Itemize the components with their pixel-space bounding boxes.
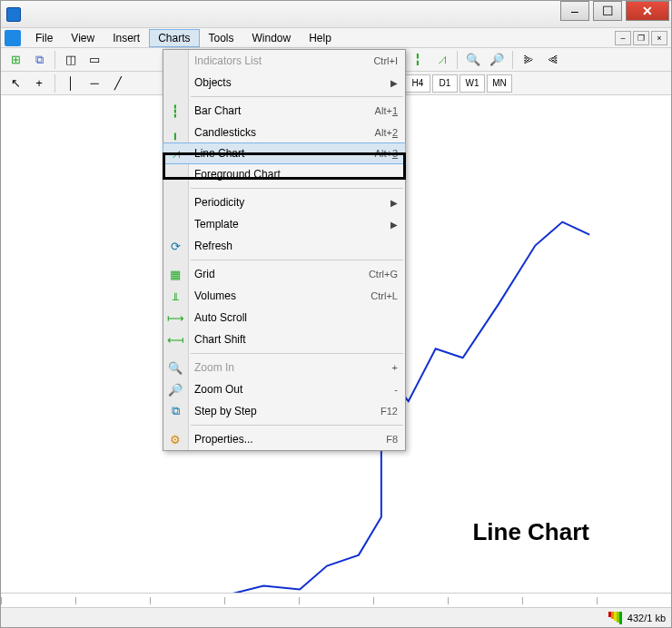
menu-view[interactable]: View (62, 29, 104, 47)
app-window: – ☐ ✕ File View Insert Charts Tools Wind… (0, 0, 672, 628)
menu-separator (191, 353, 403, 354)
menu-help[interactable]: Help (300, 29, 341, 47)
cursor-button[interactable]: ↖ (5, 74, 26, 93)
candle-chart-button[interactable]: ╏ (407, 50, 429, 70)
shift-icon: ⟻ (168, 332, 183, 347)
separator (457, 51, 458, 69)
menu-item-label: Volumes (194, 289, 371, 302)
zoom-out-icon: 🔎 (489, 53, 504, 66)
zoom-out-button[interactable]: 🔎 (486, 50, 508, 70)
maximize-button[interactable]: ☐ (593, 1, 622, 21)
crosshair-icon: + (35, 76, 43, 90)
auto-scroll-button[interactable]: ⫸ (518, 50, 539, 70)
zoomin-icon: 🔍 (168, 360, 183, 375)
menu-item-label: Periodicity (194, 196, 390, 209)
menu-item-label: Step by Step (194, 405, 380, 417)
ruler-tick (150, 597, 224, 604)
menu-item-indicators-list: Indicators ListCtrl+I (163, 50, 405, 72)
menu-item-shortcut: Ctrl+G (369, 269, 398, 280)
submenu-arrow-icon: ▶ (390, 198, 398, 208)
window-icon: ◫ (65, 53, 76, 66)
menu-item-properties[interactable]: ⚙Properties...F8 (163, 428, 405, 450)
trendline-button[interactable]: ╱ (107, 74, 129, 93)
time-axis (1, 593, 671, 607)
ruler-tick (75, 597, 150, 604)
mdi-restore-button[interactable]: ❐ (633, 31, 649, 45)
auto-icon: ⟼ (168, 310, 183, 325)
menu-item-shortcut: Ctrl+L (371, 290, 398, 301)
ruler-tick (448, 597, 522, 604)
menu-file[interactable]: File (26, 29, 62, 47)
timeframe-h4[interactable]: H4 (405, 74, 430, 93)
navigator-button[interactable]: ▭ (84, 50, 105, 70)
menu-separator (191, 96, 403, 97)
menu-item-shortcut: - (394, 384, 398, 395)
menu-separator (191, 425, 403, 426)
menu-tools[interactable]: Tools (200, 29, 243, 47)
menu-item-label: Auto Scroll (194, 311, 398, 324)
minimize-button[interactable]: – (560, 1, 589, 21)
zoom-in-button[interactable]: 🔍 (462, 50, 484, 70)
menu-item-foreground-chart[interactable]: Foreground Chart (163, 163, 405, 185)
new-chart-button[interactable]: ⊞ (5, 50, 26, 70)
close-button[interactable]: ✕ (626, 1, 669, 21)
menu-window[interactable]: Window (243, 29, 301, 47)
profiles-button[interactable]: ⧉ (28, 50, 50, 70)
menu-item-periodicity[interactable]: Periodicity▶ (163, 191, 405, 213)
cursor-icon: ↖ (11, 76, 21, 90)
mdi-close-button[interactable]: × (651, 31, 667, 45)
submenu-arrow-icon: ▶ (390, 78, 398, 88)
menu-item-chart-shift[interactable]: ⟻Chart Shift (163, 329, 405, 350)
plus-icon: ⊞ (11, 53, 21, 66)
menubar: File View Insert Charts Tools Window Hel… (1, 28, 671, 48)
menu-item-label: Zoom Out (194, 383, 394, 396)
menu-item-line-chart[interactable]: ⩘Line ChartAlt+3 (163, 142, 406, 164)
candle-icon: ╻ (168, 125, 183, 140)
charts-dropdown-menu: Indicators ListCtrl+IObjects▶┇Bar ChartA… (163, 49, 406, 451)
timeframe-w1[interactable]: W1 (460, 74, 485, 93)
menu-insert[interactable]: Insert (104, 29, 149, 47)
menu-item-volumes[interactable]: ⫫VolumesCtrl+L (163, 285, 405, 307)
separator (54, 74, 55, 93)
vline-button[interactable]: │ (60, 74, 82, 93)
line-icon: ⩘ (436, 53, 448, 66)
crosshair-button[interactable]: + (28, 74, 50, 93)
timeframe-mn[interactable]: MN (487, 74, 512, 93)
menu-item-step-by-step[interactable]: ⧉Step by StepF12 (163, 400, 405, 422)
ruler-tick (299, 597, 373, 604)
menu-item-auto-scroll[interactable]: ⟼Auto Scroll (163, 307, 405, 329)
menu-item-objects[interactable]: Objects▶ (163, 72, 405, 93)
menu-item-zoom-out[interactable]: 🔎Zoom Out- (163, 378, 405, 400)
zoom-in-icon: 🔍 (466, 53, 480, 66)
props-icon: ⚙ (168, 432, 183, 446)
profile-icon: ⧉ (35, 53, 44, 67)
menu-separator (191, 260, 403, 260)
chart-shift-button[interactable]: ⫷ (541, 50, 563, 70)
menu-item-label: Bar Chart (194, 104, 375, 117)
menu-item-shortcut: F12 (380, 406, 398, 417)
market-watch-button[interactable]: ◫ (60, 50, 82, 70)
ruler-tick (373, 597, 448, 604)
menu-item-candlesticks[interactable]: ╻CandlesticksAlt+2 (163, 122, 405, 143)
menu-item-bar-chart[interactable]: ┇Bar ChartAlt+1 (163, 100, 405, 122)
menu-charts[interactable]: Charts (149, 29, 199, 47)
hline-button[interactable]: ─ (84, 74, 105, 93)
menu-item-refresh[interactable]: ⟳Refresh (163, 235, 405, 257)
menu-item-grid[interactable]: ▦GridCtrl+G (163, 263, 405, 285)
menu-item-label: Zoom In (194, 361, 392, 374)
mdi-minimize-button[interactable]: – (615, 31, 631, 45)
menu-item-template[interactable]: Template▶ (163, 213, 405, 235)
ruler-tick (1, 597, 75, 604)
menu-item-zoom-in: 🔍Zoom In+ (163, 357, 405, 378)
ruler-tick (224, 597, 299, 604)
menu-item-shortcut: Alt+2 (375, 127, 398, 138)
menu-item-label: Candlesticks (194, 126, 375, 139)
zoomout-icon: 🔎 (168, 382, 183, 397)
statusbar: 432/1 kb (1, 607, 671, 627)
line-chart-button[interactable]: ⩘ (430, 50, 452, 70)
separator (54, 51, 55, 69)
grid-icon: ▦ (168, 267, 183, 281)
line-icon: ⩘ (168, 146, 183, 161)
separator (512, 51, 513, 69)
timeframe-d1[interactable]: D1 (432, 74, 458, 93)
